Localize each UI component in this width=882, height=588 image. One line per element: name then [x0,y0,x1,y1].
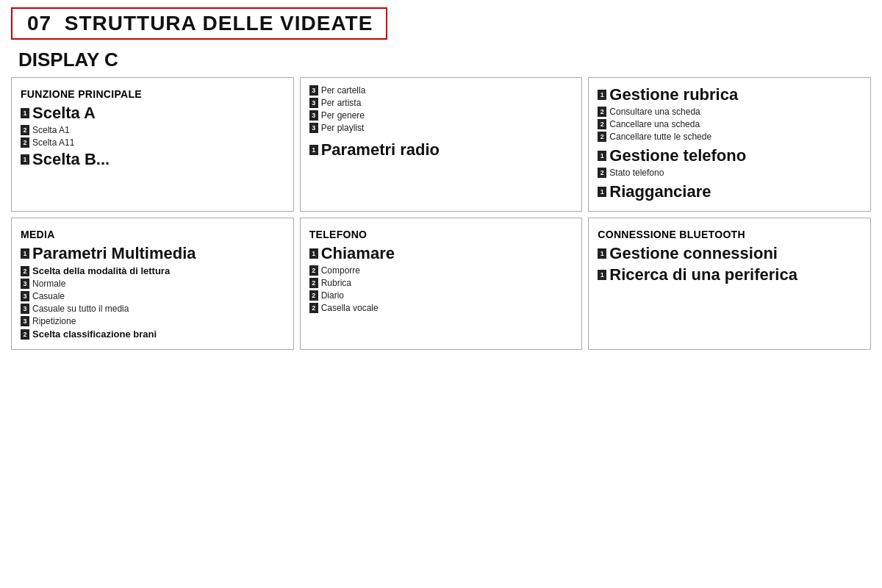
media-title: MEDIA [21,229,284,240]
level-badge: 2 [598,168,606,178]
list-item: 3 Per cartella [309,85,573,96]
list-item: 1 Riagganciare [598,182,861,201]
level-badge: 2 [309,265,318,276]
list-item: 1 Ricerca di una periferica [598,265,861,284]
level-badge: 1 [21,154,29,165]
funzione-card: FUNZIONE PRINCIPALE 1 Scelta A 2 Scelta … [11,77,294,212]
list-item: 1 Gestione telefono [598,146,861,165]
list-item: 2 Rubrica [309,278,573,288]
item-label: Per genere [321,110,365,121]
telefono-title: TELEFONO [309,229,573,240]
list-item: 3 Per genere [309,110,573,121]
item-label: Casuale [32,291,65,301]
media-card: MEDIA 1 Parametri Multimedia 2 Scelta de… [11,218,294,350]
list-item: 2 Scelta classificazione brani [21,329,284,340]
bluetooth-card: CONNESSIONE BLUETOOTH 1 Gestione conness… [588,218,871,350]
level-badge: 3 [309,110,318,121]
item-label: Ricerca di una periferica [609,265,797,284]
level-badge: 1 [598,248,606,259]
item-label: Scelta classificazione brani [32,329,157,340]
telefono-card: TELEFONO 1 Chiamare 2 Comporre 2 Rubrica… [300,218,583,350]
item-label: Per artista [321,98,362,108]
item-label: Consultare una scheda [609,107,700,117]
item-label: Stato telefono [609,168,664,178]
level-badge: 1 [21,248,29,259]
level-badge: 1 [21,108,29,118]
level-badge: 2 [598,119,606,129]
page-title: 07 STRUTTURA DELLE VIDEATE [27,12,373,35]
list-item: 3 Normale [21,279,284,289]
item-label: Casuale su tutto il media [32,304,129,314]
item-label: Parametri radio [321,140,440,159]
list-item: 2 Scelta della modalità di lettura [21,265,284,276]
list-item: 1 Chiamare [309,244,573,263]
item-label: Comporre [321,265,360,276]
item-label: Scelta A [32,104,96,123]
item-label: Gestione telefono [609,146,746,165]
level-badge: 3 [309,98,318,108]
level-badge: 3 [21,304,29,314]
list-item: 3 Per playlist [309,123,573,133]
item-label: Scelta della modalità di lettura [32,265,170,276]
list-item: 1 Scelta B... [21,150,284,169]
item-label: Riagganciare [609,182,711,201]
list-item: 3 Per artista [309,98,573,108]
level-badge: 3 [21,291,29,301]
list-item: 1 Gestione connessioni [598,244,861,263]
list-item: 1 Scelta A [21,104,284,123]
rubrica-card: 1 Gestione rubrica 2 Consultare una sche… [588,77,871,212]
item-label: Casella vocale [321,303,379,313]
level-badge: 3 [21,279,29,289]
item-label: Chiamare [321,244,395,263]
level-badge: 2 [309,278,318,288]
item-label: Ripetizione [32,316,76,326]
level-badge: 2 [309,290,318,301]
item-label: Scelta A11 [32,137,74,148]
list-item: 2 Scelta A1 [21,125,284,135]
list-item: 3 Casuale su tutto il media [21,304,284,314]
level-badge: 2 [598,107,606,117]
item-label: Per playlist [321,123,365,133]
item-label: Scelta A1 [32,125,70,135]
level-badge: 3 [21,316,29,326]
level-badge: 2 [21,137,29,148]
level-badge: 1 [598,151,606,161]
level-badge: 2 [21,329,29,340]
list-item: 1 Parametri radio [309,140,573,159]
level-badge: 1 [309,145,318,155]
item-label: Normale [32,279,65,289]
list-item: 2 Cancellare una scheda [598,119,861,129]
level-badge: 3 [309,123,318,133]
level-badge: 2 [309,303,318,313]
display-label: DISPLAY C [11,49,871,71]
level-badge: 1 [598,270,606,280]
item-label: Scelta B... [32,150,110,169]
list-item: 3 Ripetizione [21,316,284,326]
main-grid: FUNZIONE PRINCIPALE 1 Scelta A 2 Scelta … [11,77,871,350]
level-badge: 1 [309,248,318,259]
item-label: Cancellare tutte le schede [609,132,711,142]
level-badge: 2 [21,125,29,135]
item-label: Parametri Multimedia [32,244,196,263]
music-card: 3 Per cartella 3 Per artista 3 Per gener… [300,77,583,212]
item-label: Diario [321,290,344,301]
funzione-title: FUNZIONE PRINCIPALE [21,88,284,100]
level-badge: 3 [309,85,318,96]
level-badge: 1 [598,187,606,197]
list-item: 1 Parametri Multimedia [21,244,284,263]
level-badge: 2 [21,266,29,276]
header-box: 07 STRUTTURA DELLE VIDEATE [11,7,387,40]
list-item: 2 Diario [309,290,573,301]
level-badge: 1 [598,90,606,100]
item-label: Rubrica [321,278,351,288]
list-item: 1 Gestione rubrica [598,85,861,104]
item-label: Gestione connessioni [609,244,778,263]
item-label: Cancellare una scheda [609,119,700,129]
list-item: 2 Consultare una scheda [598,107,861,117]
bluetooth-title: CONNESSIONE BLUETOOTH [598,229,861,240]
level-badge: 2 [598,132,606,142]
list-item: 2 Casella vocale [309,303,573,313]
list-item: 3 Casuale [21,291,284,301]
list-item: 2 Cancellare tutte le schede [598,132,861,142]
list-item: 2 Stato telefono [598,168,861,178]
